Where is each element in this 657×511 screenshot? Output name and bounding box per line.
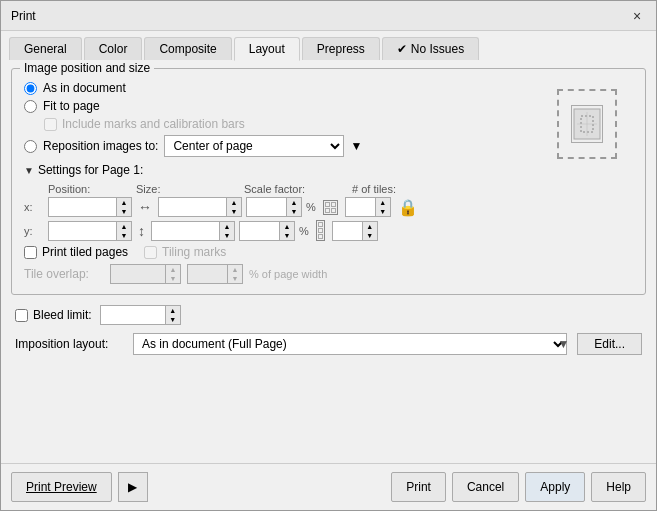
page-width-label: % of page width [249, 268, 327, 280]
height-spinbox: 11.16 cm ▲ ▼ [151, 221, 235, 241]
as-in-document-radio[interactable] [24, 82, 37, 95]
tiles-y-increment[interactable]: ▲ [363, 222, 377, 231]
tiles-x-increment[interactable]: ▲ [376, 198, 390, 207]
bottom-section: Bleed limit: 0.3175 cm ▲ ▼ Imposition la… [11, 305, 646, 355]
scale-y-decrement[interactable]: ▼ [280, 231, 294, 240]
col-size-header: Size: [136, 183, 244, 195]
include-marks-checkbox[interactable] [44, 118, 57, 131]
edit-button[interactable]: Edit... [577, 333, 642, 355]
bleed-label-row: Bleed limit: [15, 308, 92, 322]
y-decrement[interactable]: ▼ [117, 231, 131, 240]
width-decrement[interactable]: ▼ [227, 207, 241, 216]
height-input[interactable]: 11.16 cm [151, 221, 219, 241]
tab-composite[interactable]: Composite [144, 37, 231, 60]
print-button[interactable]: Print [391, 472, 446, 502]
fit-to-page-row: Fit to page [24, 99, 633, 113]
fit-to-page-label[interactable]: Fit to page [43, 99, 100, 113]
col-tiles-header: # of tiles: [352, 183, 396, 195]
y-input[interactable]: 29.67 cm [48, 221, 116, 241]
reposition-radio[interactable] [24, 140, 37, 153]
reposition-dropdown[interactable]: Center of page Top left Top right Bottom… [164, 135, 344, 157]
height-increment[interactable]: ▲ [220, 222, 234, 231]
x-decrement[interactable]: ▼ [117, 207, 131, 216]
include-marks-label: Include marks and calibration bars [62, 117, 245, 131]
imposition-dropdown[interactable]: As in document (Full Page) 2-up 4-up [133, 333, 567, 355]
y-increment[interactable]: ▲ [117, 222, 131, 231]
tab-bar: General Color Composite Layout Prepress … [1, 31, 656, 60]
tab-no-issues[interactable]: ✔ No Issues [382, 37, 479, 60]
scale-x-input[interactable]: 100 [246, 197, 286, 217]
play-button[interactable]: ▶ [118, 472, 148, 502]
width-size-icon: ↔ [138, 199, 152, 215]
fit-to-page-radio[interactable] [24, 100, 37, 113]
scale-x-increment[interactable]: ▲ [287, 198, 301, 207]
overlap-increment[interactable]: ▲ [166, 265, 180, 274]
tiles-y-input[interactable]: 1 [332, 221, 362, 241]
tiles-y-decrement[interactable]: ▼ [363, 231, 377, 240]
print-preview-button[interactable]: Print Preview [11, 472, 112, 502]
page-width-decrement[interactable]: ▼ [228, 274, 242, 283]
close-button[interactable]: × [628, 7, 646, 25]
tiling-marks-checkbox[interactable] [144, 246, 157, 259]
tab-composite-label: Composite [159, 42, 216, 56]
tab-color-label: Color [99, 42, 128, 56]
footer: Print Preview ▶ Print Cancel Apply Help [1, 463, 656, 510]
help-button[interactable]: Help [591, 472, 646, 502]
as-in-document-label[interactable]: As in document [43, 81, 126, 95]
tab-layout[interactable]: Layout [234, 37, 300, 61]
group-title: Image position and size [20, 61, 154, 75]
width-spinbox: 37.47 cm ▲ ▼ [158, 197, 242, 217]
print-tiled-checkbox[interactable] [24, 246, 37, 259]
scale-y-increment[interactable]: ▲ [280, 222, 294, 231]
page-preview-icon [557, 89, 617, 159]
y-label: y: [24, 225, 44, 237]
tab-prepress-label: Prepress [317, 42, 365, 56]
col-scale-header: Scale factor: [244, 183, 352, 195]
tile-overlap-input[interactable]: 0.0 cm [110, 264, 165, 284]
page-width-spinbox: 0 ▲ ▼ [187, 264, 243, 284]
apply-button[interactable]: Apply [525, 472, 585, 502]
x-input[interactable]: 0.35 cm [48, 197, 116, 217]
height-decrement[interactable]: ▼ [220, 231, 234, 240]
bleed-input[interactable]: 0.3175 cm [100, 305, 165, 325]
print-tiled-label: Print tiled pages [24, 245, 128, 259]
bleed-increment[interactable]: ▲ [166, 306, 180, 315]
reposition-label[interactable]: Reposition images to: [43, 139, 158, 153]
page-width-increment[interactable]: ▲ [228, 265, 242, 274]
scale-x-spinbox: 100 ▲ ▼ [246, 197, 302, 217]
imposition-row: Imposition layout: As in document (Full … [15, 333, 642, 355]
tile-overlap-row: Tile overlap: 0.0 cm ▲ ▼ 0 ▲ ▼ [24, 264, 633, 284]
scale-x-decrement[interactable]: ▼ [287, 207, 301, 216]
x-increment[interactable]: ▲ [117, 198, 131, 207]
tiles-x-decrement[interactable]: ▼ [376, 207, 390, 216]
play-icon: ▶ [128, 480, 137, 494]
width-increment[interactable]: ▲ [227, 198, 241, 207]
tiles-x-spinbox: 1 ▲ ▼ [345, 197, 391, 217]
collapse-icon[interactable]: ▼ [24, 165, 34, 176]
width-input[interactable]: 37.47 cm [158, 197, 226, 217]
y-spinbox: 29.67 cm ▲ ▼ [48, 221, 132, 241]
reposition-row: Reposition images to: Center of page Top… [24, 135, 633, 157]
percent-y-label: % [299, 225, 309, 237]
tab-general-label: General [24, 42, 67, 56]
col-position-header: Position: [48, 183, 136, 195]
dialog-title: Print [11, 9, 36, 23]
settings-title-label: Settings for Page 1: [38, 163, 143, 177]
tab-general[interactable]: General [9, 37, 82, 60]
tab-color[interactable]: Color [84, 37, 143, 60]
include-marks-row: Include marks and calibration bars [44, 117, 633, 131]
x-label: x: [24, 201, 44, 213]
lock-icon: 🔒 [398, 198, 418, 217]
x-spinbox: 0.35 cm ▲ ▼ [48, 197, 132, 217]
cancel-button[interactable]: Cancel [452, 472, 519, 502]
bleed-checkbox[interactable] [15, 309, 28, 322]
page-width-input[interactable]: 0 [187, 264, 227, 284]
tiles-x-input[interactable]: 1 [345, 197, 375, 217]
scale-y-input[interactable]: 100 [239, 221, 279, 241]
check-icon: ✔ [397, 42, 407, 56]
settings-title-row: ▼ Settings for Page 1: [24, 163, 633, 177]
bleed-decrement[interactable]: ▼ [166, 315, 180, 324]
percent-x-label: % [306, 201, 316, 213]
overlap-decrement[interactable]: ▼ [166, 274, 180, 283]
tab-prepress[interactable]: Prepress [302, 37, 380, 60]
